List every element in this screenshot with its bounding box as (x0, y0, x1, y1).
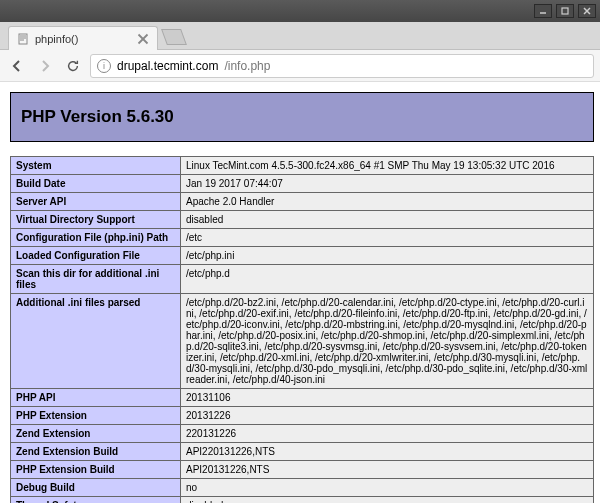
table-row: Debug Buildno (11, 479, 594, 497)
config-key: Virtual Directory Support (11, 211, 181, 229)
config-value: API220131226,NTS (181, 443, 594, 461)
config-key: Configuration File (php.ini) Path (11, 229, 181, 247)
arrow-left-icon (9, 58, 25, 74)
url-host: drupal.tecmint.com (117, 59, 218, 73)
new-tab-button[interactable] (161, 29, 187, 45)
site-info-icon[interactable]: i (97, 59, 111, 73)
config-value: disabled (181, 497, 594, 504)
svg-rect-1 (562, 8, 568, 14)
config-value: /etc/php.d (181, 265, 594, 294)
minimize-icon (539, 7, 547, 15)
arrow-right-icon (37, 58, 53, 74)
close-window-button[interactable] (578, 4, 596, 18)
config-value: /etc/php.d/20-bz2.ini, /etc/php.d/20-cal… (181, 294, 594, 389)
table-row: Zend Extension BuildAPI220131226,NTS (11, 443, 594, 461)
config-key: Loaded Configuration File (11, 247, 181, 265)
table-row: Virtual Directory Supportdisabled (11, 211, 594, 229)
maximize-icon (561, 7, 569, 15)
tab-close-button[interactable] (137, 33, 149, 45)
table-row: Additional .ini files parsed/etc/php.d/2… (11, 294, 594, 389)
config-value: Jan 19 2017 07:44:07 (181, 175, 594, 193)
back-button[interactable] (6, 55, 28, 77)
config-value: /etc (181, 229, 594, 247)
window-titlebar (0, 0, 600, 22)
tab-title: phpinfo() (35, 33, 78, 45)
table-row: Zend Extension220131226 (11, 425, 594, 443)
php-version-title: PHP Version 5.6.30 (21, 107, 583, 127)
config-key: Thread Safety (11, 497, 181, 504)
config-key: PHP Extension (11, 407, 181, 425)
config-value: API20131226,NTS (181, 461, 594, 479)
minimize-button[interactable] (534, 4, 552, 18)
browser-toolbar: i drupal.tecmint.com/info.php (0, 50, 600, 82)
close-icon (583, 7, 591, 15)
table-row: Thread Safetydisabled (11, 497, 594, 504)
table-row: Build DateJan 19 2017 07:44:07 (11, 175, 594, 193)
forward-button[interactable] (34, 55, 56, 77)
config-key: Server API (11, 193, 181, 211)
config-value: 20131226 (181, 407, 594, 425)
address-bar[interactable]: i drupal.tecmint.com/info.php (90, 54, 594, 78)
page-content: PHP Version 5.6.30 SystemLinux TecMint.c… (0, 82, 600, 503)
config-key: Scan this dir for additional .ini files (11, 265, 181, 294)
config-value: /etc/php.ini (181, 247, 594, 265)
reload-icon (66, 59, 80, 73)
phpinfo-table: SystemLinux TecMint.com 4.5.5-300.fc24.x… (10, 156, 594, 503)
page-favicon (17, 33, 29, 45)
table-row: Server APIApache 2.0 Handler (11, 193, 594, 211)
table-row: PHP API20131106 (11, 389, 594, 407)
table-row: PHP Extension BuildAPI20131226,NTS (11, 461, 594, 479)
table-row: SystemLinux TecMint.com 4.5.5-300.fc24.x… (11, 157, 594, 175)
config-key: System (11, 157, 181, 175)
config-value: no (181, 479, 594, 497)
tab-strip: phpinfo() (0, 22, 600, 50)
table-row: PHP Extension20131226 (11, 407, 594, 425)
table-row: Scan this dir for additional .ini files/… (11, 265, 594, 294)
config-key: Debug Build (11, 479, 181, 497)
config-key: PHP API (11, 389, 181, 407)
config-key: Additional .ini files parsed (11, 294, 181, 389)
config-key: PHP Extension Build (11, 461, 181, 479)
config-value: 20131106 (181, 389, 594, 407)
config-key: Zend Extension Build (11, 443, 181, 461)
close-icon (137, 33, 149, 45)
config-key: Build Date (11, 175, 181, 193)
table-row: Configuration File (php.ini) Path/etc (11, 229, 594, 247)
config-key: Zend Extension (11, 425, 181, 443)
config-value: Apache 2.0 Handler (181, 193, 594, 211)
config-value: Linux TecMint.com 4.5.5-300.fc24.x86_64 … (181, 157, 594, 175)
config-value: 220131226 (181, 425, 594, 443)
url-path: /info.php (224, 59, 270, 73)
config-value: disabled (181, 211, 594, 229)
browser-tab[interactable]: phpinfo() (8, 26, 158, 50)
table-row: Loaded Configuration File/etc/php.ini (11, 247, 594, 265)
reload-button[interactable] (62, 55, 84, 77)
maximize-button[interactable] (556, 4, 574, 18)
phpinfo-header: PHP Version 5.6.30 (10, 92, 594, 142)
